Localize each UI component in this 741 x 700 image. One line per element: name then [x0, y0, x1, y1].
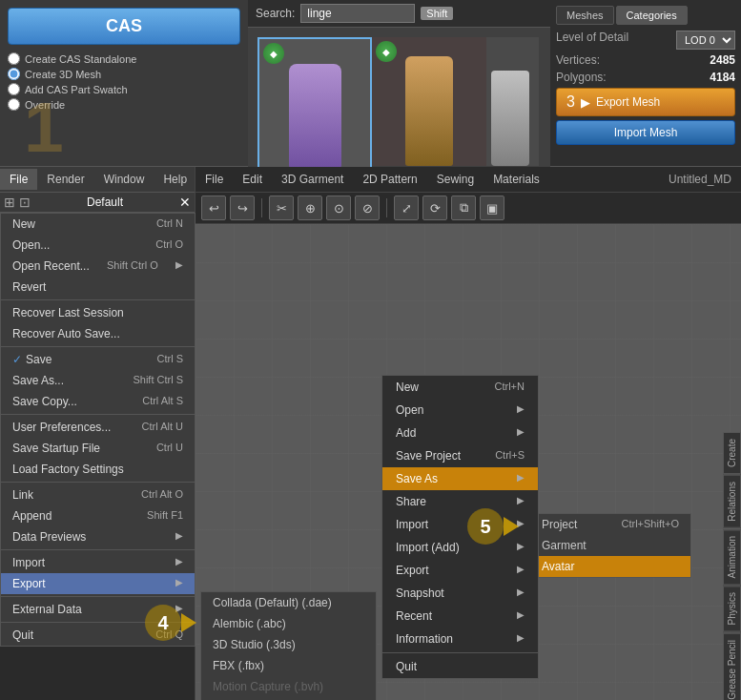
md-save-as[interactable]: Save As — [382, 467, 538, 490]
md-import[interactable]: Import — [382, 513, 538, 536]
menu-save-copy[interactable]: Save Copy... Ctrl Alt S — [1, 391, 195, 412]
md-menu-2dpattern[interactable]: 2D Pattern — [353, 169, 426, 190]
vtab-create[interactable]: Create — [723, 432, 741, 474]
md-toolbar: ↩ ↪ ✂ ⊕ ⊙ ⊘ ⤢ ⟳ ⧉ ▣ — [196, 193, 741, 224]
tool-btn-9[interactable]: ⧉ — [451, 196, 476, 220]
menu-file[interactable]: File — [0, 169, 37, 190]
export-mesh-button[interactable]: 3 ▶ Export Mesh — [556, 88, 735, 116]
menu-data-previews[interactable]: Data Previews — [1, 526, 195, 547]
export-submenu: Collada (Default) (.dae) Alembic (.abc) … — [200, 591, 377, 700]
vtab-animation[interactable]: Animation — [723, 529, 741, 585]
avatar-thumb-1[interactable]: ◆ — [257, 37, 372, 171]
view-icon-right[interactable]: ⊡ — [19, 195, 31, 210]
tool-btn-10[interactable]: ▣ — [480, 196, 504, 220]
sep3 — [1, 414, 195, 415]
menu-recover-last[interactable]: Recover Last Session — [1, 302, 195, 323]
menu-new[interactable]: New Ctrl N — [1, 214, 195, 235]
tool-btn-3[interactable]: ✂ — [269, 196, 294, 220]
md-menu-sewing[interactable]: Sewing — [427, 169, 484, 190]
view-icon-left[interactable]: ⊞ — [4, 195, 15, 210]
sep1 — [1, 299, 195, 300]
search-input[interactable] — [300, 4, 415, 23]
cas-option-standalone[interactable]: Create CAS Standalone — [8, 52, 240, 65]
saveas-garment[interactable]: Garment — [530, 535, 690, 556]
md-snapshot[interactable]: Snapshot — [382, 582, 538, 605]
md-open[interactable]: Open — [382, 399, 538, 422]
tool-btn-8[interactable]: ⟳ — [422, 196, 447, 220]
view-name: Default — [34, 196, 175, 209]
blender-view-bar: ⊞ ⊡ Default ✕ — [0, 193, 195, 213]
search-bar: Search: Shift — [248, 0, 550, 28]
md-export[interactable]: Export — [382, 559, 538, 582]
md-quit[interactable]: Quit — [382, 655, 538, 678]
md-add[interactable]: Add — [382, 422, 538, 444]
menu-save-as[interactable]: Save As... Shift Ctrl S — [1, 370, 195, 391]
menu-recover-auto[interactable]: Recover Auto Save... — [1, 323, 195, 344]
menu-save-startup[interactable]: Save Startup File Ctrl U — [1, 438, 195, 459]
cas-option-swatch[interactable]: Add CAS Part Swatch — [8, 83, 240, 95]
mesh-tabs: Meshes Categories — [556, 6, 735, 25]
export-collada[interactable]: Collada (Default) (.dae) — [201, 592, 376, 613]
md-share[interactable]: Share — [382, 490, 538, 513]
tool-btn-4[interactable]: ⊕ — [298, 196, 322, 220]
md-menu-3dgarment[interactable]: 3D Garment — [272, 169, 353, 190]
saveas-avatar[interactable]: Avatar — [530, 556, 690, 577]
polygons-value: 4184 — [710, 71, 735, 84]
lod-select[interactable]: LOD 0 LOD 1 LOD 2 LOD 3 — [676, 31, 735, 50]
avatar-thumb-3[interactable] — [486, 37, 539, 166]
tool-btn-5[interactable]: ⊙ — [326, 196, 351, 220]
saveas-project[interactable]: Project Ctrl+Shift+O — [530, 514, 690, 535]
md-import-add[interactable]: Import (Add) — [382, 536, 538, 559]
vtab-relations[interactable]: Relations — [723, 475, 741, 528]
menu-link[interactable]: Link Ctrl Alt O — [1, 484, 195, 505]
save-check-icon: ✓ — [12, 353, 22, 366]
cas-option-override[interactable]: Override — [8, 98, 240, 111]
md-menu-edit[interactable]: Edit — [233, 169, 272, 190]
menu-open[interactable]: Open... Ctrl O — [1, 235, 195, 256]
menu-window[interactable]: Window — [94, 169, 154, 190]
export-3ds[interactable]: 3D Studio (.3ds) — [201, 634, 376, 655]
vtab-physics[interactable]: Physics — [723, 586, 741, 631]
menu-export[interactable]: Export — [1, 573, 195, 594]
import-mesh-button[interactable]: Import Mesh — [556, 120, 735, 145]
tool-sep-1 — [261, 198, 262, 217]
tab-categories[interactable]: Categories — [616, 6, 688, 25]
tool-btn-1[interactable]: ↩ — [201, 196, 226, 220]
menu-revert[interactable]: Revert — [1, 277, 195, 298]
menu-append[interactable]: Append Shift F1 — [1, 505, 195, 526]
menu-load-factory[interactable]: Load Factory Settings — [1, 459, 195, 480]
sep6 — [1, 596, 195, 597]
menu-open-recent[interactable]: Open Recent... Shift Ctrl O — [1, 256, 195, 277]
md-recent[interactable]: Recent — [382, 605, 538, 628]
export-fbx[interactable]: FBX (.fbx) — [201, 655, 376, 676]
view-close-btn[interactable]: ✕ — [179, 195, 191, 210]
tab-meshes[interactable]: Meshes — [556, 6, 614, 25]
md-information[interactable]: Information — [382, 628, 538, 650]
menu-save[interactable]: ✓ Save Ctrl S — [1, 349, 195, 370]
lod-label: Level of Detail — [556, 31, 628, 50]
menu-render[interactable]: Render — [37, 169, 93, 190]
cas-option-3dmesh[interactable]: Create 3D Mesh — [8, 68, 240, 80]
vertices-label: Vertices: — [556, 53, 600, 67]
md-filename: Untitled_MD — [659, 169, 741, 190]
export-alembic[interactable]: Alembic (.abc) — [201, 613, 376, 634]
avatar-preview: 2 ◆ ◆ — [248, 28, 550, 171]
md-menu-file[interactable]: File — [196, 169, 233, 190]
tool-btn-7[interactable]: ⤢ — [394, 196, 419, 220]
menu-quit[interactable]: Quit Ctrl Q — [1, 625, 195, 646]
vertices-value: 2485 — [710, 53, 735, 67]
menu-import[interactable]: Import — [1, 552, 195, 573]
export-mesh-label: Export Mesh — [596, 95, 660, 109]
tool-btn-6[interactable]: ⊘ — [355, 196, 380, 220]
md-menu-materials[interactable]: Materials — [484, 169, 549, 190]
md-new[interactable]: New Ctrl+N — [382, 376, 538, 399]
menu-user-prefs[interactable]: User Preferences... Ctrl Alt U — [1, 417, 195, 438]
cas-button[interactable]: CAS — [8, 8, 240, 45]
avatar-thumb-2[interactable]: ◆ — [372, 37, 486, 166]
polygons-label: Polygons: — [556, 71, 607, 84]
menu-external-data[interactable]: External Data — [1, 599, 195, 620]
menu-help[interactable]: Help — [154, 169, 196, 190]
md-save-project[interactable]: Save Project Ctrl+S — [382, 444, 538, 467]
vtab-grease-pencil[interactable]: Grease Pencil — [723, 633, 741, 700]
tool-btn-2[interactable]: ↪ — [230, 196, 255, 220]
